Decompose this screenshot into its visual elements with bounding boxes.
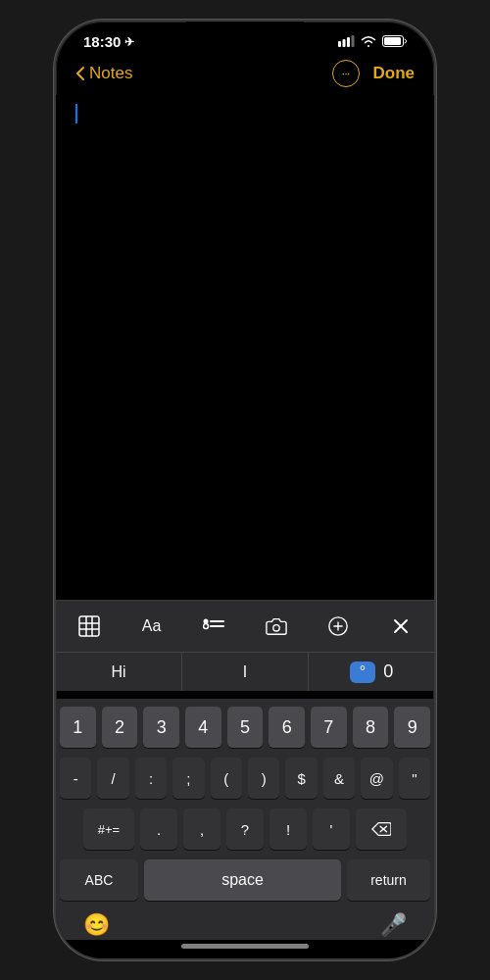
key-row-bottom: ABC space return [60,859,430,901]
key-5[interactable]: 5 [227,707,264,748]
svg-point-15 [273,625,279,631]
battery-icon [382,33,407,50]
nav-actions: ··· Done [332,60,416,87]
key-8[interactable]: 8 [353,707,389,748]
text-cursor [75,104,77,123]
mic-button[interactable]: 🎤 [380,912,407,938]
home-indicator [181,944,309,949]
key-semicolon[interactable]: ; [172,758,204,799]
key-close-paren[interactable]: ) [248,758,279,799]
bullets-toolbar-icon[interactable] [196,609,231,644]
table-toolbar-icon[interactable] [72,609,107,644]
key-exclamation[interactable]: ! [270,808,307,850]
key-ampersand[interactable]: & [323,758,355,799]
key-1[interactable]: 1 [60,707,96,748]
location-icon: ✈ [124,35,134,49]
back-button[interactable]: Notes [75,64,132,83]
svg-rect-6 [79,616,99,636]
keyboard: 1 2 3 4 5 6 7 8 9 - / : ; ( ) [56,699,434,905]
key-colon[interactable]: : [135,758,167,799]
more-icon: ··· [342,66,350,81]
svg-rect-0 [338,41,341,47]
key-hashtag[interactable]: #+= [83,808,134,850]
svg-rect-3 [352,35,355,47]
bottom-bar: 😊 🎤 [56,905,434,940]
time-display: 18:30 [83,33,121,50]
home-indicator-container [56,940,434,958]
suggestion-left[interactable]: Hi [56,653,182,691]
suggestion-left-text: Hi [111,663,125,681]
key-open-paren[interactable]: ( [211,758,242,799]
key-minus[interactable]: - [60,758,91,799]
key-row-symbols: - / : ; ( ) $ & @ " [60,758,430,799]
key-7[interactable]: 7 [311,707,347,748]
key-comma[interactable]: , [183,808,220,850]
key-6[interactable]: 6 [269,707,305,748]
key-abc[interactable]: ABC [60,859,138,901]
suggestion-middle-text: I [243,663,247,681]
more-button[interactable]: ··· [332,60,360,87]
text-format-toolbar-icon[interactable]: Aa [134,609,170,644]
key-at[interactable]: @ [361,758,392,799]
suggestion-right-active[interactable]: ° [350,662,375,683]
back-label: Notes [89,64,132,83]
markup-toolbar-icon[interactable] [320,609,356,644]
key-space[interactable]: space [144,859,341,901]
key-4[interactable]: 4 [185,707,221,748]
keyboard-toolbar: Aa [56,600,434,652]
svg-point-12 [204,624,209,629]
keyboard-suggestions: Hi I ° 0 [56,652,434,691]
status-icons [338,33,407,50]
key-delete[interactable] [356,808,407,850]
suggestion-right[interactable]: ° 0 [309,653,434,691]
key-apostrophe[interactable]: ' [313,808,350,850]
key-period[interactable]: . [140,808,177,850]
done-button[interactable]: Done [373,64,416,83]
svg-rect-2 [347,37,350,47]
notch [186,22,304,49]
key-quote[interactable]: " [399,758,430,799]
svg-rect-1 [343,39,346,47]
note-content[interactable] [56,95,434,487]
key-2[interactable]: 2 [102,707,138,748]
camera-toolbar-icon[interactable] [259,609,294,644]
signal-icon [338,33,355,50]
status-time: 18:30 ✈ [83,33,134,50]
suggestion-right-number: 0 [383,662,393,682]
key-dollar[interactable]: $ [285,758,317,799]
key-3[interactable]: 3 [143,707,179,748]
svg-rect-5 [384,37,401,45]
key-row-alt-symbols: #+= . , ? ! ' [60,808,430,850]
wifi-icon [361,33,376,50]
key-return[interactable]: return [347,859,430,901]
suggestion-middle[interactable]: I [182,653,309,691]
key-question[interactable]: ? [226,808,264,850]
nav-bar: Notes ··· Done [56,56,434,95]
key-slash[interactable]: / [97,758,128,799]
key-9[interactable]: 9 [394,707,430,748]
close-toolbar-icon[interactable] [383,609,418,644]
phone-frame: 18:30 ✈ [54,20,436,960]
text-format-label: Aa [142,617,162,635]
note-area[interactable] [56,95,434,600]
key-row-numbers: 1 2 3 4 5 6 7 8 9 [60,707,430,748]
emoji-button[interactable]: 😊 [83,912,110,938]
